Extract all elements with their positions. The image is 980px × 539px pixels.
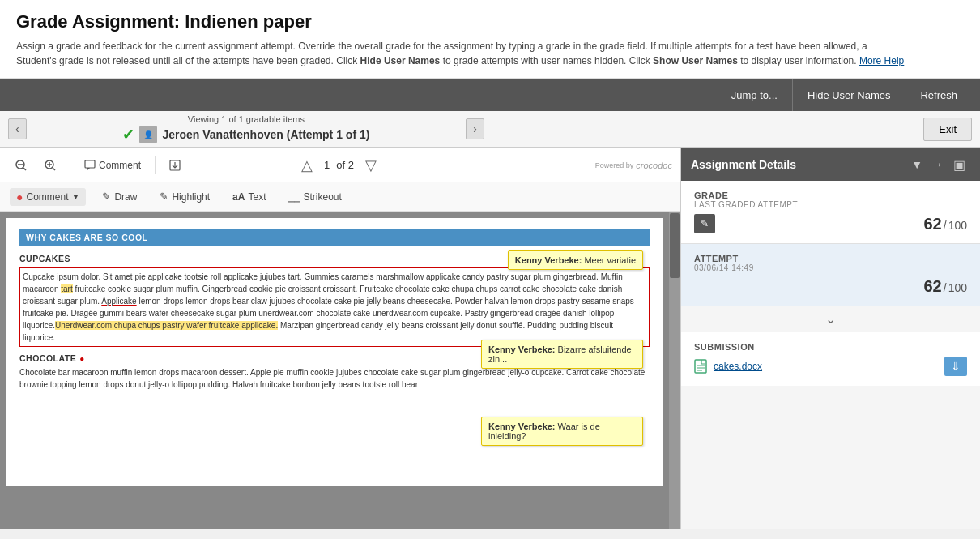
scrollbar-thumb <box>670 213 680 278</box>
zoom-in-button[interactable] <box>37 156 63 175</box>
attempt-label: ATTEMPT <box>694 254 967 263</box>
svg-line-2 <box>23 168 26 170</box>
user-avatar: 👤 <box>139 126 157 143</box>
show-user-names-bold: Show User Names <box>653 55 738 66</box>
check-icon: ✔ <box>122 126 134 143</box>
main-area: Comment △ 1 of 2 ▽ Powered by crocodoc ●… <box>0 148 980 529</box>
expand-row[interactable]: ⌄ <box>681 306 980 332</box>
strikeout-icon: ⎯⎯ <box>288 191 300 203</box>
top-nav-bar: Jump to... Hide User Names Refresh <box>0 79 980 111</box>
student-name: Jeroen Vanattenhoven (Attempt 1 of 1) <box>162 128 369 141</box>
highlight-span-2: Unerdwear.com chupa chups pastry wafer f… <box>55 321 278 330</box>
page-nav: △ 1 of 2 ▽ <box>296 155 381 176</box>
attempt-value-container: 62 / 100 <box>924 277 968 296</box>
comment1-text: Meer variatie <box>584 255 636 265</box>
strikeout-annotation-button[interactable]: ⎯⎯ Strikeout <box>282 189 347 205</box>
document-viewer-container: Comment △ 1 of 2 ▽ Powered by crocodoc ●… <box>0 148 680 529</box>
grade-value-container: 62 / 100 <box>924 215 968 233</box>
svg-rect-7 <box>85 160 95 168</box>
draw-annotation-button[interactable]: ✎ Draw <box>96 188 143 205</box>
attempt-separator: / <box>944 281 947 294</box>
highlight-span-1: tart <box>61 284 72 293</box>
page-of-label: of 2 <box>336 159 354 171</box>
refresh-button[interactable]: Refresh <box>905 79 972 111</box>
submission-label: SUBMISSION <box>694 342 967 352</box>
chevron-expand-icon: ⌄ <box>825 311 836 327</box>
download-icon <box>169 160 181 171</box>
chocolate-marker: ● <box>79 354 85 363</box>
exit-button[interactable]: Exit <box>923 118 972 141</box>
viewing-label: Viewing 1 of 1 gradable items <box>188 114 305 124</box>
cupcake-annotated-block: Cupcake ipsum dolor. Sit amet pie applic… <box>19 267 650 347</box>
next-page-button[interactable]: ▽ <box>360 155 381 176</box>
right-panel: Assignment Details ▼ → ▣ GRADE LAST GRAD… <box>680 148 980 529</box>
svg-line-6 <box>53 168 55 170</box>
text-icon: aA <box>232 191 245 203</box>
highlight-icon: ✎ <box>160 190 168 203</box>
attempt-value: 62 <box>924 277 942 296</box>
attempt-row: 62 / 100 <box>694 277 967 296</box>
comment2-author: Kenny Verbeke: <box>488 344 558 354</box>
attempt-total: 100 <box>948 281 967 294</box>
chocolate-text: Chocolate bar macaroon muffin lemon drop… <box>19 366 650 391</box>
grade-value: 62 <box>924 215 942 233</box>
text-annotation-button[interactable]: aA Text <box>226 189 272 205</box>
submission-section: SUBMISSION cakes.docx ⇓ <box>681 332 980 386</box>
grade-section: GRADE LAST GRADED ATTEMPT ✎ 62 / 100 <box>681 181 980 244</box>
attempt-date: 03/06/14 14:49 <box>694 263 967 272</box>
attempt-section: ATTEMPT 03/06/14 14:49 62 / 100 <box>681 244 980 306</box>
desc-text3: to display user information. <box>740 55 856 66</box>
file-icon <box>694 359 707 374</box>
next-student-button[interactable]: › <box>466 118 484 139</box>
student-nav-bar: ‹ Viewing 1 of 1 gradable items ✔ 👤 Jero… <box>0 111 980 148</box>
panel-expand-button[interactable]: → <box>926 154 948 175</box>
zoom-in-icon <box>45 160 56 171</box>
toolbar-separator-1 <box>70 156 70 174</box>
comment-icon <box>84 160 96 171</box>
comment-annotation-icon: ● <box>16 190 23 203</box>
comment-bubble-3: Kenny Verbeke: Waar is de inleiding? <box>481 417 643 446</box>
prev-page-button[interactable]: △ <box>296 155 317 176</box>
annotation-bar: ● Comment ▼ ✎ Draw ✎ Highlight aA Text ⎯… <box>0 182 680 212</box>
panel-title: Assignment Details <box>691 158 911 171</box>
grade-separator: / <box>944 219 947 232</box>
section1-title: WHY CAKES ARE SO COOL <box>19 229 650 246</box>
comment-dropdown-icon: ▼ <box>71 192 79 201</box>
prev-student-button[interactable]: ‹ <box>8 118 27 139</box>
download-button[interactable] <box>162 156 188 175</box>
scrollbar[interactable] <box>669 212 680 529</box>
highlight-annotation-button[interactable]: ✎ Highlight <box>153 188 216 205</box>
grade-row: ✎ 62 / 100 <box>694 214 967 233</box>
more-help-link[interactable]: More Help <box>859 55 904 66</box>
desc-text2: to grade attempts with user names hidden… <box>443 55 650 66</box>
zoom-out-icon <box>15 160 27 171</box>
jump-to-button[interactable]: Jump to... <box>717 79 792 111</box>
draw-icon: ✎ <box>102 190 111 203</box>
download-file-button[interactable]: ⇓ <box>944 357 967 376</box>
comment-tool-button[interactable]: Comment <box>77 156 148 175</box>
svg-marker-8 <box>87 168 90 170</box>
panel-fullscreen-button[interactable]: ▣ <box>948 154 970 176</box>
svg-rect-11 <box>695 360 706 373</box>
zoom-out-button[interactable] <box>8 156 34 175</box>
hide-user-names-button[interactable]: Hide User Names <box>792 79 905 111</box>
section3-title: CHOCOLATE <box>19 353 76 363</box>
document-page: WHY CAKES ARE SO COOL CUPCAKES Cupcake i… <box>6 218 663 486</box>
viewer-toolbar: Comment △ 1 of 2 ▽ Powered by crocodoc <box>0 148 680 182</box>
grade-edit-button[interactable]: ✎ <box>694 214 715 233</box>
page-description: Assign a grade and feedback for the curr… <box>16 39 907 68</box>
comment-bubble-1: Kenny Verbeke: Meer variatie <box>508 250 643 270</box>
page-header: Grade Assignment: Indienen paper Assign … <box>0 0 980 79</box>
grade-label: GRADE <box>694 190 967 200</box>
comment3-author: Kenny Verbeke: <box>488 421 558 431</box>
underline-span-1: Applicake <box>101 297 136 306</box>
comment-annotation-button[interactable]: ● Comment ▼ <box>10 188 86 206</box>
grade-sublabel: LAST GRADED ATTEMPT <box>694 200 967 209</box>
document-area: WHY CAKES ARE SO COOL CUPCAKES Cupcake i… <box>0 212 680 529</box>
panel-header: Assignment Details ▼ → ▣ <box>681 148 980 181</box>
comment1-author: Kenny Verbeke: <box>515 255 585 265</box>
comment-bubble-2: Kenny Verbeke: Bizarre afsluitende zin..… <box>481 340 643 369</box>
student-nav-center: Viewing 1 of 1 gradable items ✔ 👤 Jeroen… <box>32 114 462 143</box>
crocodoc-logo: Powered by crocodoc <box>595 160 672 170</box>
file-link[interactable]: cakes.docx <box>714 361 762 372</box>
